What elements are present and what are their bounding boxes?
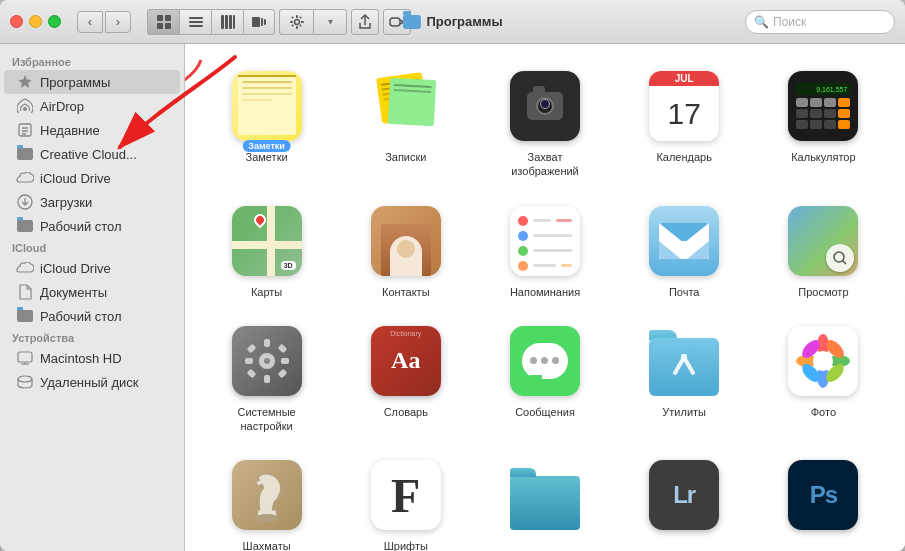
sidebar-item-desktop-icloud[interactable]: Рабочий стол [4,304,180,328]
sidebar-item-recent[interactable]: Недавние [4,118,180,142]
file-item-calculator[interactable]: 9,161,557 [758,60,889,185]
file-area: Заметки Заметки [185,44,905,551]
gear-button[interactable] [279,9,313,35]
file-item-stickies[interactable]: Записки [340,60,471,185]
title-folder-icon [402,15,420,29]
sidebar-item-desktop-fav-label: Рабочий стол [40,219,122,234]
notes-icon: Заметки [227,66,307,146]
sidebar-item-desktop-fav[interactable]: Рабочий стол [4,214,180,238]
file-item-calendar[interactable]: JUL 17 Календарь [619,60,750,185]
svg-line-37 [843,260,847,264]
search-icon: 🔍 [754,15,769,29]
svg-rect-8 [225,15,228,29]
chess-label: Шахматы [243,539,291,551]
file-item-reminders[interactable]: Напоминания [479,195,610,305]
sidebar-item-documents[interactable]: Документы [4,280,180,304]
file-item-chess[interactable]: Шахматы [201,449,332,551]
svg-rect-16 [296,26,298,29]
svg-rect-13 [264,19,266,25]
view-controls: ▾ [147,9,411,35]
view-icon-button[interactable] [147,9,179,35]
svg-rect-42 [245,358,253,364]
sidebar: Избранное Программы [0,44,185,551]
calculator-label: Калькулятор [791,150,855,164]
svg-point-14 [294,19,299,24]
svg-point-24 [23,107,27,111]
view-cover-button[interactable] [243,9,275,35]
sidebar-item-programs-label: Программы [40,75,110,90]
maps-label: Карты [251,285,282,299]
devices-section-label: Устройства [0,328,184,346]
forward-button[interactable]: › [105,11,131,33]
calculator-icon: 9,161,557 [783,66,863,146]
svg-point-59 [813,351,833,371]
svg-rect-12 [261,18,263,26]
sidebar-item-airdrop-icon [16,97,34,115]
svg-rect-3 [165,23,171,29]
sidebar-item-downloads-icon [16,193,34,211]
file-item-utilities[interactable]: Утилиты [619,315,750,440]
dictionary-label: Словарь [384,405,428,419]
svg-rect-6 [189,25,203,27]
gear-dropdown-button[interactable]: ▾ [313,9,347,35]
view-columns-button[interactable] [211,9,243,35]
finder-window: ‹ › [0,0,905,551]
svg-rect-0 [157,15,163,21]
view-list-button[interactable] [179,9,211,35]
file-item-notes[interactable]: Заметки Заметки [201,60,332,185]
syspref-label: Системные настройки [237,405,295,434]
sidebar-item-icloud-drive-fav-label: iCloud Drive [40,171,111,186]
file-item-lr-folder[interactable] [479,449,610,551]
file-grid: Заметки Заметки [201,60,889,551]
sidebar-item-icloud-drive[interactable]: iCloud Drive [4,256,180,280]
svg-rect-43 [281,358,289,364]
svg-rect-21 [291,24,294,27]
minimize-button[interactable] [29,15,42,28]
preview-icon [783,201,863,281]
sidebar-item-airdrop[interactable]: AirDrop [4,94,180,118]
contacts-label: Контакты [382,285,430,299]
file-item-lr[interactable]: Lr [619,449,750,551]
file-item-preview[interactable]: Просмотр [758,195,889,305]
svg-rect-4 [189,17,203,19]
sidebar-item-creative-cloud[interactable]: Creative Cloud... [4,142,180,166]
svg-rect-22 [299,24,302,27]
mail-label: Почта [669,285,700,299]
sidebar-item-macintosh-hd[interactable]: Macintosh HD [4,346,180,370]
sidebar-item-remote-disk-icon [16,373,34,391]
svg-rect-11 [252,17,260,27]
close-button[interactable] [10,15,23,28]
file-item-dictionary[interactable]: Dictionary Aa Словарь [340,315,471,440]
cal-day: 17 [649,86,719,141]
messages-label: Сообщения [515,405,575,419]
search-box[interactable]: 🔍 Поиск [745,10,895,34]
titlebar: ‹ › [0,0,905,44]
chess-icon [227,455,307,535]
file-item-syspref[interactable]: Системные настройки [201,315,332,440]
file-item-maps[interactable]: 3D Карты [201,195,332,305]
chess-piece-svg [242,466,292,524]
svg-rect-41 [264,375,270,383]
lr-icon: Lr [644,455,724,535]
syspref-icon [227,321,307,401]
file-item-messages[interactable]: Сообщения [479,315,610,440]
calendar-label: Календарь [656,150,712,164]
file-item-ps[interactable]: Ps [758,449,889,551]
svg-rect-17 [290,21,293,23]
sidebar-item-programs[interactable]: Программы [4,70,180,94]
maximize-button[interactable] [48,15,61,28]
fontbook-icon: F [366,455,446,535]
photos-label: Фото [811,405,836,419]
file-item-contacts[interactable]: Контакты [340,195,471,305]
sidebar-item-icloud-drive-fav[interactable]: iCloud Drive [4,166,180,190]
file-item-fontbook[interactable]: F Шрифты [340,449,471,551]
file-item-mail[interactable]: Почта [619,195,750,305]
sidebar-item-downloads[interactable]: Загрузки [4,190,180,214]
sidebar-item-desktop-fav-icon [16,217,34,235]
back-button[interactable]: ‹ [77,11,103,33]
file-item-photos[interactable]: Фото [758,315,889,440]
share-button[interactable] [351,9,379,35]
file-item-screenshot[interactable]: Захват изображений [479,60,610,185]
sidebar-item-remote-disk[interactable]: Удаленный диск [4,370,180,394]
sidebar-item-macintosh-hd-icon [16,349,34,367]
